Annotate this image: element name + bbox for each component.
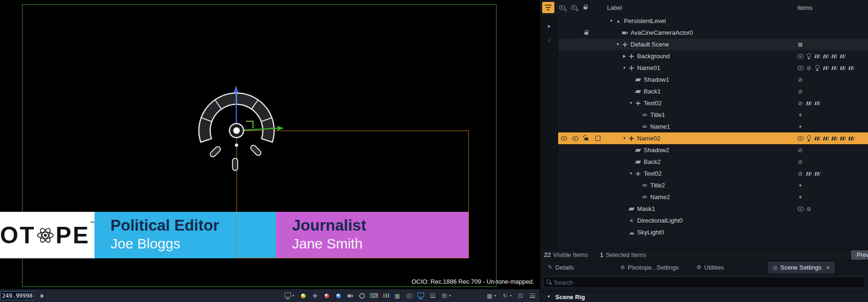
visibility-toggle[interactable]: [405, 292, 413, 300]
preview-button[interactable]: Preview: [851, 250, 868, 260]
tree-row-title1[interactable]: Title1: [558, 109, 868, 121]
screen-frame-toggle[interactable]: [517, 292, 524, 300]
game-input-toggle[interactable]: [370, 292, 378, 300]
search-input[interactable]: [553, 279, 863, 287]
slash-icon[interactable]: [797, 100, 804, 107]
bulb-icon[interactable]: [805, 53, 813, 60]
rotation-snap-dropdown[interactable]: [501, 292, 513, 300]
lock-toggle[interactable]: [582, 4, 589, 11]
tree-row-text02[interactable]: Text02: [558, 97, 868, 109]
slash-icon[interactable]: [797, 170, 804, 178]
tab-utilities[interactable]: ⚙Utilities: [696, 262, 724, 272]
slash-icon[interactable]: [805, 64, 813, 72]
lock-icon[interactable]: [583, 29, 590, 37]
rgb-channels-toggle[interactable]: [382, 292, 389, 300]
tree-row-directionallight0[interactable]: DirectionalLight0: [558, 215, 868, 226]
keyframe-diamond-icon[interactable]: [38, 292, 46, 300]
strip-icon[interactable]: [830, 64, 838, 72]
tree-row-name2[interactable]: Name2: [558, 191, 868, 203]
strip-icon[interactable]: [839, 135, 846, 142]
eye-icon[interactable]: [797, 53, 804, 60]
output-monitor-toggle[interactable]: [417, 292, 425, 300]
filter-button[interactable]: [542, 2, 554, 13]
bulb-icon[interactable]: [805, 135, 813, 142]
transform-gizmo[interactable]: [186, 78, 287, 178]
transform-tool[interactable]: [311, 292, 319, 300]
plus-icon[interactable]: [797, 182, 804, 189]
eye-icon[interactable]: [797, 135, 804, 142]
tree-row-shadow1[interactable]: Shadow1: [558, 74, 868, 85]
lit-shading-toggle[interactable]: [300, 292, 307, 300]
label-column-header[interactable]: Label: [607, 4, 622, 11]
strip-icon[interactable]: [813, 53, 821, 60]
tab-scene-settings[interactable]: ◎Scene Settings×: [768, 262, 835, 273]
strip-icon[interactable]: [839, 53, 846, 60]
plus-icon[interactable]: [797, 194, 804, 201]
tree-row-background[interactable]: Background: [558, 50, 868, 62]
hand-icon[interactable]: [545, 37, 553, 44]
checker-overlay-toggle[interactable]: [394, 292, 401, 300]
tree-row-skylight0[interactable]: SkyLight0: [558, 226, 868, 238]
camera-view-toggle[interactable]: [347, 292, 354, 300]
expander-down-icon[interactable]: [621, 135, 628, 142]
close-icon[interactable]: ×: [826, 264, 830, 271]
eye-icon[interactable]: [560, 135, 568, 142]
plus-icon[interactable]: [797, 123, 804, 131]
plus-icon[interactable]: [797, 111, 804, 119]
show-flag-red[interactable]: [323, 292, 331, 300]
expander-down-icon[interactable]: [615, 41, 621, 48]
tree-row-shadow2[interactable]: Shadow2: [558, 144, 868, 156]
strip-icon[interactable]: [839, 64, 846, 72]
tree-row-back1[interactable]: Back1: [558, 85, 868, 97]
tab-details[interactable]: ✎Details: [548, 262, 574, 272]
eye-icon[interactable]: [571, 135, 579, 142]
strip-icon[interactable]: [813, 135, 821, 142]
tree-row-persistentlevel[interactable]: PersistentLevel: [558, 15, 868, 27]
slash-icon[interactable]: [797, 76, 804, 84]
tree-row-title2[interactable]: Title2: [558, 179, 868, 191]
expander-down-icon[interactable]: [621, 64, 628, 72]
eye-icon[interactable]: [797, 64, 804, 72]
strip-icon[interactable]: [822, 64, 829, 72]
strip-icon[interactable]: [830, 135, 838, 142]
layers-dropdown[interactable]: [441, 292, 452, 300]
strip-icon[interactable]: [813, 170, 821, 178]
focus-target-toggle[interactable]: [358, 292, 366, 300]
items-column-header[interactable]: Items: [797, 4, 813, 11]
eye-e-toggle[interactable]: E: [558, 4, 566, 11]
strip-icon[interactable]: [813, 100, 821, 107]
slash-icon[interactable]: [797, 158, 804, 166]
expander-down-icon[interactable]: [628, 170, 634, 178]
tree-row-name02[interactable]: Name02: [558, 132, 868, 144]
strip-icon[interactable]: [822, 135, 829, 142]
tree-row-avacinecameraactor0[interactable]: AvaCineCameraActor0: [558, 27, 868, 39]
slash-icon[interactable]: [797, 88, 804, 95]
show-flag-blue[interactable]: [335, 292, 342, 300]
tree-row-mask1[interactable]: Mask1: [558, 203, 868, 215]
viewport[interactable]: OT PE ™ Political Editor Joe Bloggs Jour…: [0, 0, 540, 302]
stats-list-toggle[interactable]: [429, 292, 436, 300]
unlock-icon[interactable]: [583, 135, 590, 142]
pattern-icon[interactable]: [797, 41, 804, 48]
tree-row-name01[interactable]: Name01: [558, 62, 868, 74]
checkbox-icon[interactable]: [594, 135, 601, 142]
tree-row-name1[interactable]: Name1: [558, 121, 868, 132]
view-mode-dropdown[interactable]: [284, 292, 295, 300]
eye-r-toggle[interactable]: R: [570, 4, 577, 11]
expander-down-icon[interactable]: [628, 100, 634, 107]
strip-icon[interactable]: [822, 53, 829, 60]
strip-icon[interactable]: [805, 100, 813, 107]
expander-right-icon[interactable]: [621, 53, 628, 60]
strip-icon[interactable]: [847, 64, 855, 72]
slash-icon[interactable]: [805, 205, 813, 213]
eye-icon[interactable]: [797, 205, 804, 213]
slash-icon[interactable]: [797, 147, 804, 154]
tree-row-back2[interactable]: Back2: [558, 156, 868, 168]
scene-rig-header[interactable]: Scene Rig: [540, 291, 868, 302]
frame-value-input[interactable]: 249.99998: [0, 291, 34, 300]
cursor-icon[interactable]: [545, 23, 553, 30]
strip-icon[interactable]: [847, 135, 855, 142]
grid-snap-dropdown[interactable]: [486, 292, 497, 300]
viewport-options[interactable]: [529, 292, 536, 300]
tree-row-text02[interactable]: Text02: [558, 168, 868, 179]
